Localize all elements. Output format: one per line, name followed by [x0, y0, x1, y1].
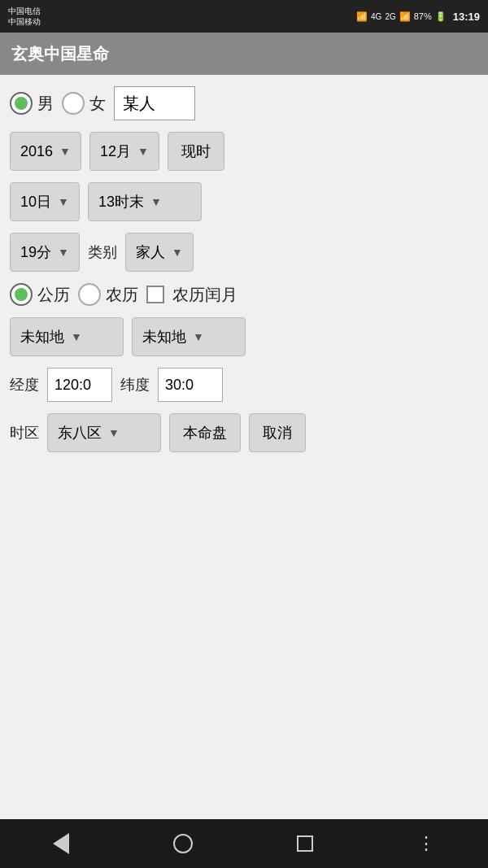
solar-radio-dot [15, 288, 28, 301]
time-label: 13:19 [453, 11, 480, 23]
female-radio-button[interactable] [62, 92, 85, 115]
lunar-radio-button[interactable] [78, 283, 101, 306]
recent-icon [297, 835, 313, 852]
wifi-icon: 📶 [356, 11, 368, 22]
carrier-info: 中国电信 中国移动 [8, 6, 41, 27]
male-radio-button[interactable] [10, 92, 33, 115]
network-2g-label: 2G [385, 12, 395, 21]
timezone-label: 时区 [10, 423, 39, 443]
name-input[interactable] [114, 86, 195, 120]
longitude-label: 经度 [10, 375, 39, 395]
cancel-button[interactable]: 取消 [249, 413, 306, 452]
timezone-value: 东八区 [58, 423, 102, 443]
location1-dropdown[interactable]: 未知地 ▼ [10, 317, 124, 356]
latitude-input[interactable] [158, 368, 223, 402]
carrier2-label: 中国移动 [8, 16, 41, 27]
back-button[interactable] [41, 823, 81, 864]
year-dropdown[interactable]: 2016 ▼ [10, 132, 81, 171]
day-value: 10日 [20, 192, 51, 212]
now-button[interactable]: 现时 [168, 132, 224, 171]
solar-radio-button[interactable] [10, 283, 33, 306]
minute-value: 19分 [20, 242, 51, 262]
date-row: 2016 ▼ 12月 ▼ 现时 [10, 132, 478, 171]
status-bar: 中国电信 中国移动 📶 4G 2G 📶 87% 🔋 13:19 [0, 0, 488, 33]
time-arrow: ▼ [150, 195, 162, 208]
title-bar: 玄奥中国星命 [0, 33, 488, 75]
month-dropdown[interactable]: 12月 ▼ [89, 132, 159, 171]
category-arrow: ▼ [172, 246, 183, 259]
male-radio-dot [15, 97, 28, 110]
gender-name-row: 男 女 [10, 86, 478, 120]
back-icon [53, 833, 69, 854]
calendar-row: 公历 农历 农历闰月 [10, 283, 478, 306]
latitude-label: 纬度 [120, 375, 150, 395]
male-radio-group[interactable]: 男 [10, 92, 54, 115]
recent-button[interactable] [285, 823, 325, 864]
minute-dropdown[interactable]: 19分 ▼ [10, 233, 80, 272]
battery-icon: 🔋 [435, 11, 447, 22]
status-right: 📶 4G 2G 📶 87% 🔋 13:19 [356, 11, 480, 23]
location2-dropdown[interactable]: 未知地 ▼ [132, 317, 246, 356]
network-4g-label: 4G [371, 12, 381, 21]
main-chart-button[interactable]: 本命盘 [169, 413, 241, 452]
category-dropdown[interactable]: 家人 ▼ [125, 233, 194, 272]
day-time-row: 10日 ▼ 13时末 ▼ [10, 182, 478, 221]
lunar-label: 农历 [106, 284, 138, 306]
location1-value: 未知地 [20, 327, 64, 347]
year-value: 2016 [20, 143, 53, 160]
app-title: 玄奥中国星命 [11, 43, 109, 65]
coord-row: 经度 纬度 [10, 368, 478, 402]
lunar-radio-group[interactable]: 农历 [78, 283, 138, 306]
location2-arrow: ▼ [193, 330, 204, 343]
timezone-arrow: ▼ [108, 426, 120, 439]
year-arrow: ▼ [59, 145, 71, 158]
male-label: 男 [37, 93, 54, 115]
battery-label: 87% [414, 11, 432, 21]
month-value: 12月 [100, 142, 131, 161]
category-value: 家人 [136, 242, 165, 262]
time-value: 13时末 [98, 192, 144, 212]
main-content: 男 女 2016 ▼ 12月 ▼ 现时 10日 ▼ 13时末 ▼ 1 [0, 75, 488, 464]
female-label: 女 [89, 93, 106, 115]
more-button[interactable]: ⋮ [407, 823, 447, 864]
time-dropdown[interactable]: 13时末 ▼ [88, 182, 202, 221]
home-icon [173, 834, 193, 853]
category-label: 类别 [88, 242, 117, 262]
home-button[interactable] [163, 823, 203, 864]
location-row: 未知地 ▼ 未知地 ▼ [10, 317, 478, 356]
bottom-nav: ⋮ [0, 819, 488, 868]
day-arrow: ▼ [58, 195, 69, 208]
location1-arrow: ▼ [71, 330, 82, 343]
location2-value: 未知地 [142, 327, 186, 347]
minute-arrow: ▼ [58, 246, 69, 259]
day-dropdown[interactable]: 10日 ▼ [10, 182, 80, 221]
solar-radio-group[interactable]: 公历 [10, 283, 70, 306]
lunar-leap-label: 农历闰月 [172, 284, 237, 306]
more-icon: ⋮ [417, 833, 437, 854]
longitude-input[interactable] [47, 368, 112, 402]
month-arrow: ▼ [137, 145, 149, 158]
carrier1-label: 中国电信 [8, 6, 41, 16]
timezone-dropdown[interactable]: 东八区 ▼ [47, 413, 161, 452]
minute-category-row: 19分 ▼ 类别 家人 ▼ [10, 233, 478, 272]
signal-icon: 📶 [399, 11, 411, 22]
timezone-row: 时区 东八区 ▼ 本命盘 取消 [10, 413, 478, 452]
solar-label: 公历 [37, 284, 70, 306]
lunar-leap-checkbox[interactable] [146, 286, 164, 303]
female-radio-group[interactable]: 女 [62, 92, 106, 115]
